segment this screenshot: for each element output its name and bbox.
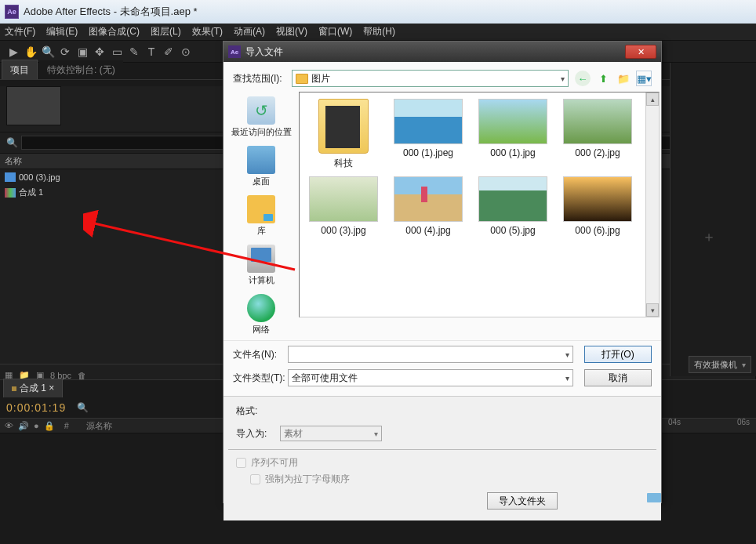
menu-effect[interactable]: 效果(T) <box>192 25 223 38</box>
file-item[interactable]: 000 (5).jpg <box>475 176 551 236</box>
nav-icons: ← ⬆ 📁 ▦▾ <box>575 71 652 86</box>
time-ruler[interactable]: 04s 06s <box>662 418 756 433</box>
sidebar-item-network[interactable]: 网络 <box>247 292 275 337</box>
solo-icon[interactable]: ● <box>34 421 39 431</box>
tool-zoom[interactable]: 🔍 <box>39 43 56 60</box>
file-item[interactable]: 000 (1).jpeg <box>391 99 466 170</box>
dialog-close-button[interactable]: ✕ <box>625 45 656 59</box>
sidebar-item-desktop[interactable]: 桌面 <box>247 144 275 189</box>
sidebar-label: 桌面 <box>253 176 270 187</box>
tool-text[interactable]: T <box>143 43 160 60</box>
file-label: 000 (2).jpg <box>575 147 620 158</box>
open-button[interactable]: 打开(O) <box>584 346 652 363</box>
audio-icon[interactable]: 🔊 <box>18 421 29 431</box>
tool-rect[interactable]: ▭ <box>108 43 125 60</box>
separator <box>228 449 656 450</box>
file-item-folder[interactable]: 科技 <box>306 99 381 170</box>
nav-back-icon[interactable]: ← <box>575 71 591 86</box>
scroll-down-icon[interactable]: ▾ <box>646 303 659 317</box>
nav-newfolder-icon[interactable]: 📁 <box>616 71 631 86</box>
import-as-select[interactable]: 素材 <box>280 426 382 441</box>
file-label: 000 (1).jpeg <box>403 147 453 158</box>
folder-thumb-icon <box>318 99 369 154</box>
desktop-icon <box>247 146 275 174</box>
lookin-select[interactable]: 图片 ▾ <box>292 70 569 87</box>
sidebar-item-recent[interactable]: 最近访问的位置 <box>231 95 292 140</box>
recent-icon <box>247 96 275 125</box>
menu-animation[interactable]: 动画(A) <box>234 25 265 38</box>
dialog-app-icon: Ae <box>228 45 241 58</box>
current-timecode[interactable]: 0:00:01:19 <box>6 401 66 414</box>
file-item[interactable]: 000 (6).jpg <box>560 176 635 236</box>
nav-viewmode-icon[interactable]: ▦▾ <box>636 71 652 86</box>
menu-view[interactable]: 视图(V) <box>276 25 307 38</box>
viewer-crosshair-icon: ＋ <box>702 227 716 246</box>
cancel-button[interactable]: 取消 <box>584 369 652 386</box>
sidebar-item-library[interactable]: 库 <box>247 194 275 238</box>
scroll-up-icon[interactable]: ▴ <box>646 92 659 106</box>
project-preview-thumb <box>6 86 61 125</box>
filename-label: 文件名(N): <box>233 348 288 361</box>
format-label: 格式: <box>236 404 649 418</box>
import-options: 格式: 导入为: 素材 序列不可用 强制为拉丁字母顺序 导入文件夹 <box>224 396 661 520</box>
lock-icon[interactable]: 🔒 <box>44 421 55 431</box>
tool-clone[interactable]: ⊙ <box>177 43 194 60</box>
nav-up-icon[interactable]: ⬆ <box>595 71 611 86</box>
timeline-tab-label: 合成 1 <box>20 383 46 393</box>
sidebar-label: 计算机 <box>249 274 274 286</box>
dialog-body: 查找范围(I): 图片 ▾ ← ⬆ 📁 ▦▾ 最近访问的位置 桌面 库 计算机 … <box>224 62 661 520</box>
tool-selection[interactable]: ▶ <box>5 43 22 60</box>
import-folder-button[interactable]: 导入文件夹 <box>487 492 558 510</box>
menu-file[interactable]: 文件(F) <box>5 25 35 38</box>
image-thumb-icon <box>309 176 378 222</box>
tool-anchor[interactable]: ✥ <box>91 43 108 60</box>
tab-effect-controls[interactable]: 特效控制台: (无) <box>39 60 123 79</box>
file-label: 000 (4).jpg <box>405 225 450 236</box>
tool-pen[interactable]: ✎ <box>125 43 143 60</box>
image-thumb-icon <box>394 176 463 222</box>
eye-icon[interactable]: 👁 <box>5 421 13 431</box>
file-item[interactable]: 000 (3).jpg <box>306 176 381 236</box>
tool-hand[interactable]: ✋ <box>22 43 39 60</box>
file-grid[interactable]: 科技 000 (1).jpeg 000 (1).jpg 000 (2).jpg … <box>299 92 660 317</box>
menu-window[interactable]: 窗口(W) <box>318 25 352 38</box>
tool-camera[interactable]: ▣ <box>74 43 91 60</box>
timeline-tab-comp1[interactable]: 合成 1 × <box>3 379 63 397</box>
layer-number-col: # <box>64 421 69 430</box>
network-icon <box>247 294 275 322</box>
file-item[interactable]: 000 (4).jpg <box>391 176 466 236</box>
file-input-rows: 文件名(N): 打开(O) 文件类型(T): 全部可使用文件 取消 <box>224 340 661 396</box>
sidebar-item-computer[interactable]: 计算机 <box>247 243 275 288</box>
menu-edit[interactable]: 编辑(E) <box>46 25 78 38</box>
latin-checkbox <box>250 474 260 484</box>
filetype-select[interactable]: 全部可使用文件 <box>288 369 573 386</box>
delete-icon[interactable]: 🗑 <box>78 371 86 380</box>
sequence-checkbox-row: 序列不可用 <box>236 456 649 470</box>
dialog-titlebar[interactable]: Ae 导入文件 ✕ <box>224 42 661 62</box>
comp-icon <box>5 188 16 198</box>
filetype-value: 全部可使用文件 <box>292 372 358 385</box>
lookin-label: 查找范围(I): <box>233 72 282 85</box>
tool-brush[interactable]: ✐ <box>160 43 177 60</box>
viewer-panel: ＋ <box>670 63 756 376</box>
filename-input[interactable] <box>288 346 573 363</box>
image-thumb-icon <box>478 176 547 222</box>
file-label: 000 (1).jpg <box>490 147 535 158</box>
lookin-row: 查找范围(I): 图片 ▾ ← ⬆ 📁 ▦▾ <box>224 62 661 92</box>
timeline-search-icon[interactable]: 🔍 <box>77 402 89 413</box>
active-camera-select[interactable]: 有效摄像机 <box>689 356 751 373</box>
tool-rotate[interactable]: ⟳ <box>56 43 74 60</box>
menu-bar: 文件(F) 编辑(E) 图像合成(C) 图层(L) 效果(T) 动画(A) 视图… <box>0 24 756 41</box>
import-as-label: 导入为: <box>236 427 280 441</box>
file-item[interactable]: 000 (2).jpg <box>560 99 635 170</box>
file-grid-scrollbar[interactable]: ▴ ▾ <box>645 92 659 317</box>
computer-icon <box>247 245 275 273</box>
tab-project[interactable]: 项目 <box>2 60 38 79</box>
menu-composition[interactable]: 图像合成(C) <box>89 25 140 38</box>
file-label: 000 (6).jpg <box>575 225 620 236</box>
menu-help[interactable]: 帮助(H) <box>363 25 395 38</box>
menu-layer[interactable]: 图层(L) <box>151 25 181 38</box>
file-item[interactable]: 000 (1).jpg <box>475 99 551 170</box>
sidebar-label: 网络 <box>253 324 270 335</box>
sequence-label: 序列不可用 <box>251 456 298 470</box>
